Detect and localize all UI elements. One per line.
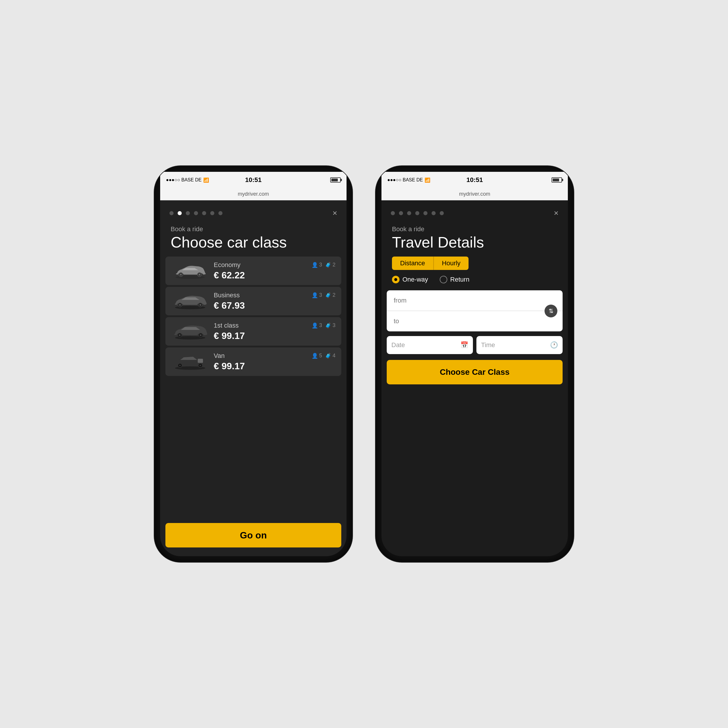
go-on-button[interactable]: Go on — [165, 523, 341, 548]
choose-car-class-button[interactable]: Choose Car Class — [387, 360, 563, 384]
date-placeholder: Date — [392, 341, 405, 349]
firstclass-name: 1st class — [214, 322, 239, 329]
car-name-row-1stclass: 1st class 👤 3 🧳 3 — [214, 322, 335, 329]
dot-3 — [186, 211, 190, 215]
status-bar-right: ●●●○○ BASE DE 📶 10:51 — [381, 172, 568, 188]
car-item-van[interactable]: Van 👤 5 🧳 4 € 99.17 — [165, 347, 341, 376]
car-item-business[interactable]: Business 👤 3 🧳 2 € 67.93 — [165, 287, 341, 315]
dot-4 — [194, 211, 198, 215]
firstclass-price: € 99.17 — [214, 330, 335, 341]
van-car-svg — [173, 353, 208, 370]
swap-button[interactable]: ⇅ — [544, 304, 557, 317]
clock-icon: 🕐 — [550, 341, 558, 349]
r-dot-6 — [431, 211, 436, 215]
url-bar-right: mydriver.com — [381, 188, 568, 200]
datetime-row: Date 📅 Time 🕐 — [387, 336, 563, 354]
status-bar-left: ●●●○○ BASE DE 📶 10:51 — [160, 172, 347, 188]
oneway-radio-circle — [392, 276, 399, 283]
business-luggage: 🧳 2 — [325, 292, 335, 298]
battery-area-right — [552, 177, 562, 183]
r-dot-3 — [407, 211, 411, 215]
return-radio-circle — [440, 276, 447, 283]
svg-point-4 — [199, 274, 200, 275]
carrier-text-right: ●●●○○ BASE DE — [387, 177, 423, 183]
distance-tab[interactable]: Distance — [392, 257, 433, 270]
battery-fill — [331, 179, 338, 181]
dot-5 — [202, 211, 206, 215]
car-image-business — [171, 291, 209, 311]
car-info-1stclass: 1st class 👤 3 🧳 3 € 99.17 — [214, 322, 335, 341]
car-name-row-economy: Economy 👤 3 🧳 2 — [214, 261, 335, 269]
phone-right: ●●●○○ BASE DE 📶 10:51 mydriver.com — [376, 166, 574, 562]
book-label-right: Book a ride — [392, 225, 557, 233]
battery-icon — [330, 177, 341, 183]
car-image-1stclass — [171, 321, 209, 341]
book-label-left: Book a ride — [171, 225, 336, 233]
car-name-row-business: Business 👤 3 🧳 2 — [214, 292, 335, 299]
oneway-option[interactable]: One-way — [392, 276, 428, 283]
r-dot-7 — [440, 211, 444, 215]
carrier-text: ●●●○○ BASE DE — [166, 177, 202, 183]
svg-point-12 — [179, 334, 180, 336]
dots-row-left — [170, 211, 222, 215]
scene: ●●●○○ BASE DE 📶 10:51 mydriver.com — [0, 0, 728, 728]
car-item-economy[interactable]: Economy 👤 3 🧳 2 € 62.22 — [165, 257, 341, 285]
svg-point-18 — [179, 365, 181, 366]
firstclass-car-svg — [173, 323, 208, 340]
return-option[interactable]: Return — [440, 276, 470, 283]
page-title-right: Travel Details — [392, 234, 557, 251]
close-button-left[interactable]: × — [333, 208, 337, 218]
hourly-tab[interactable]: Hourly — [433, 257, 469, 270]
dot-1 — [170, 211, 174, 215]
distance-hourly-tabs: Distance Hourly — [392, 257, 468, 270]
route-inputs: ⇅ — [387, 290, 563, 331]
business-car-svg — [173, 292, 208, 310]
nav-dots-left: × — [160, 200, 347, 222]
url-text-left: mydriver.com — [238, 191, 269, 197]
battery-fill-right — [553, 179, 559, 181]
van-passengers: 👤 5 — [312, 353, 322, 359]
car-info-economy: Economy 👤 3 🧳 2 € 62.22 — [214, 261, 335, 281]
nav-dots-right: × — [381, 200, 568, 222]
r-dot-2 — [399, 211, 403, 215]
time-input[interactable]: Time 🕐 — [476, 336, 563, 354]
economy-passengers: 👤 3 — [312, 262, 322, 268]
carrier-area: ●●●○○ BASE DE 📶 — [166, 177, 209, 183]
swap-icon: ⇅ — [549, 307, 554, 315]
dot-6 — [210, 211, 214, 215]
car-list: Economy 👤 3 🧳 2 € 62.22 — [160, 257, 347, 519]
business-meta: 👤 3 🧳 2 — [312, 292, 335, 298]
battery-icon-right — [552, 177, 562, 183]
car-image-economy — [171, 261, 209, 281]
date-input[interactable]: Date 📅 — [387, 336, 473, 354]
economy-price: € 62.22 — [214, 270, 335, 281]
svg-rect-16 — [198, 359, 203, 363]
firstclass-passengers: 👤 3 — [312, 322, 322, 329]
from-input[interactable] — [387, 290, 563, 311]
dots-row-right — [391, 211, 444, 215]
van-luggage: 🧳 4 — [325, 353, 335, 359]
oneway-label: One-way — [402, 276, 428, 283]
economy-luggage: 🧳 2 — [325, 262, 335, 268]
r-dot-5 — [424, 211, 427, 215]
status-time-right: 10:51 — [466, 176, 483, 184]
car-name-row-van: Van 👤 5 🧳 4 — [214, 352, 335, 359]
status-time-left: 10:51 — [245, 176, 262, 184]
return-label: Return — [450, 276, 470, 283]
car-item-1stclass[interactable]: 1st class 👤 3 🧳 3 € 99.17 — [165, 317, 341, 346]
wifi-icon: 📶 — [203, 177, 209, 183]
van-price: € 99.17 — [214, 361, 335, 372]
svg-point-14 — [200, 334, 202, 336]
url-bar-left: mydriver.com — [160, 188, 347, 200]
close-button-right[interactable]: × — [554, 208, 558, 218]
svg-point-20 — [199, 365, 201, 366]
firstclass-meta: 👤 3 🧳 3 — [312, 322, 335, 329]
r-dot-4 — [415, 211, 419, 215]
firstclass-luggage: 🧳 3 — [325, 322, 335, 329]
time-placeholder: Time — [481, 341, 495, 349]
van-name: Van — [214, 352, 225, 359]
battery-area — [330, 177, 341, 183]
to-input[interactable] — [387, 311, 563, 331]
car-image-van — [171, 352, 209, 372]
economy-meta: 👤 3 🧳 2 — [312, 262, 335, 268]
